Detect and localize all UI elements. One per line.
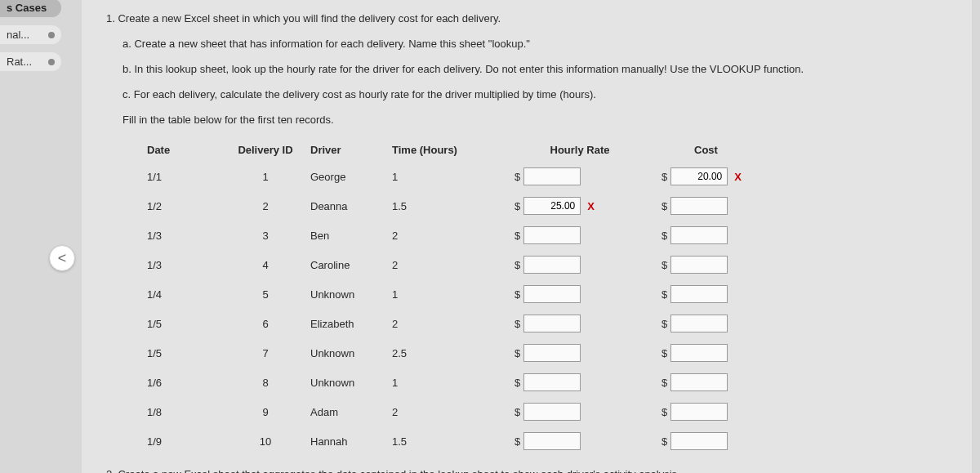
cell-driver: Hannah (302, 426, 384, 456)
instruction-1a: a. Create a new sheet that has informati… (122, 38, 947, 51)
cell-driver: George (302, 162, 384, 191)
cell-date: 1/3 (139, 250, 229, 279)
instruction-1c: c. For each delivery, calculate the deli… (122, 88, 947, 102)
dollar-icon: $ (662, 171, 667, 183)
cell-rate: $ (506, 279, 653, 309)
nav-tabs: s Cases nal... Rat... (0, 0, 61, 79)
cell-date: 1/4 (139, 279, 229, 309)
dollar-icon: $ (514, 377, 520, 389)
rate-input[interactable] (523, 373, 581, 391)
cost-input[interactable] (670, 256, 728, 274)
rate-input[interactable] (523, 344, 581, 362)
cost-input[interactable] (670, 344, 728, 362)
dollar-icon: $ (662, 318, 667, 330)
cell-rate: $ (506, 162, 653, 191)
cell-id: 7 (229, 338, 302, 368)
cost-input[interactable] (670, 373, 728, 391)
cost-input[interactable] (670, 226, 728, 244)
cell-time: 1 (384, 368, 506, 397)
header-date: Date (139, 138, 229, 162)
rate-input[interactable] (523, 167, 581, 185)
dollar-icon: $ (662, 200, 667, 212)
cell-time: 2 (384, 309, 506, 338)
cell-id: 10 (229, 426, 302, 456)
cell-rate: $ (506, 250, 653, 279)
cell-id: 9 (229, 397, 302, 426)
cost-input[interactable] (670, 167, 728, 185)
cell-cost: $ (653, 309, 800, 338)
dollar-icon: $ (514, 288, 520, 301)
rate-input[interactable] (523, 197, 581, 215)
cell-cost: $ (653, 250, 800, 279)
wrong-icon: X (587, 200, 595, 212)
header-driver: Driver (302, 138, 384, 162)
cell-driver: Ben (302, 221, 384, 250)
cell-date: 1/9 (139, 426, 229, 456)
table-row: 1/11George1$$X (139, 162, 800, 191)
cell-id: 3 (229, 221, 302, 250)
cell-rate: $ (506, 426, 653, 456)
rate-input[interactable] (523, 226, 581, 244)
cost-input[interactable] (670, 315, 728, 332)
cell-time: 2 (384, 221, 506, 250)
cell-date: 1/5 (139, 338, 229, 368)
cost-input[interactable] (670, 432, 728, 450)
instruction-1b: b. In this lookup sheet, look up the hou… (122, 63, 947, 77)
header-rate: Hourly Rate (506, 138, 653, 162)
dollar-icon: $ (514, 318, 520, 330)
cell-rate: $ (506, 397, 653, 426)
cell-driver: Elizabeth (302, 309, 384, 338)
rate-input[interactable] (523, 256, 581, 274)
cell-cost: $ (653, 221, 800, 250)
cell-date: 1/5 (139, 309, 229, 338)
rate-input[interactable] (523, 432, 581, 450)
dollar-icon: $ (514, 406, 520, 418)
cell-driver: Unknown (302, 368, 384, 397)
page-content: < 1. Create a new Excel sheet in which y… (82, 0, 972, 473)
dollar-icon: $ (514, 259, 520, 271)
cell-rate: $ (506, 338, 653, 368)
nav-tab-nal[interactable]: nal... (0, 25, 61, 44)
wrong-icon: X (734, 171, 742, 183)
dollar-icon: $ (662, 230, 667, 242)
header-id: Delivery ID (229, 138, 302, 162)
cell-cost: $X (653, 162, 800, 191)
cell-driver: Unknown (302, 338, 384, 368)
cell-driver: Adam (302, 397, 384, 426)
cost-input[interactable] (670, 403, 728, 421)
dollar-icon: $ (514, 171, 520, 183)
header-time: Time (Hours) (384, 138, 506, 162)
nav-tab-cases[interactable]: s Cases (0, 0, 61, 17)
rate-input[interactable] (523, 403, 581, 421)
cost-input[interactable] (670, 285, 728, 303)
dollar-icon: $ (662, 406, 667, 418)
dollar-icon: $ (514, 230, 520, 242)
prev-button[interactable]: < (49, 245, 75, 271)
cost-input[interactable] (670, 197, 728, 215)
dollar-icon: $ (662, 377, 667, 389)
tab-indicator-icon (48, 59, 55, 65)
cell-id: 4 (229, 250, 302, 279)
cell-cost: $ (653, 426, 800, 456)
nav-tab-label: Rat... (7, 56, 32, 68)
cell-time: 2.5 (384, 338, 506, 368)
cell-date: 1/1 (139, 162, 229, 191)
cell-time: 2 (384, 250, 506, 279)
nav-tab-label: s Cases (7, 2, 47, 14)
cell-driver: Unknown (302, 279, 384, 309)
nav-tab-rat[interactable]: Rat... (0, 52, 61, 71)
table-row: 1/89Adam2$$ (139, 397, 800, 426)
rate-input[interactable] (523, 315, 581, 332)
cell-time: 1.5 (384, 426, 506, 456)
cell-time: 1 (384, 279, 506, 309)
cell-id: 8 (229, 368, 302, 397)
dollar-icon: $ (514, 435, 520, 448)
instruction-1: 1. Create a new Excel sheet in which you… (106, 12, 947, 26)
cell-rate: $X (506, 191, 653, 221)
rate-input[interactable] (523, 285, 581, 303)
cell-rate: $ (506, 221, 653, 250)
cell-id: 2 (229, 191, 302, 221)
cell-rate: $ (506, 309, 653, 338)
cell-driver: Caroline (302, 250, 384, 279)
cell-date: 1/8 (139, 397, 229, 426)
